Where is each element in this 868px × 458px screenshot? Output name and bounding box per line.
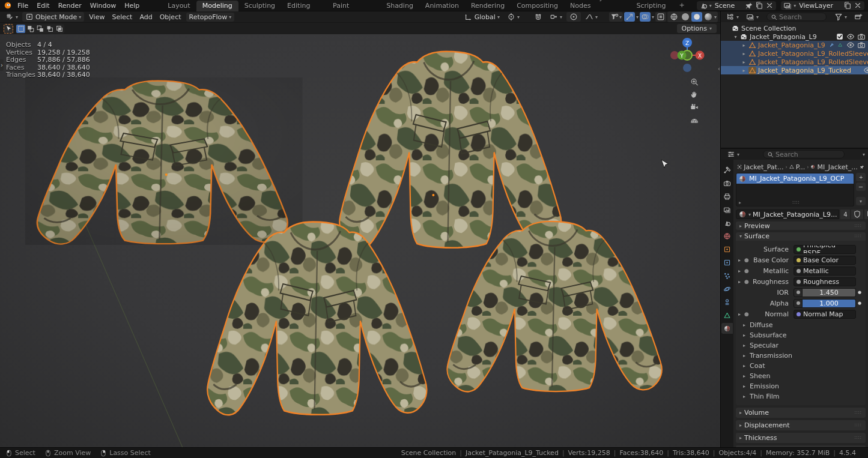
menu-help[interactable]: Help — [120, 1, 144, 10]
select-mode-invert[interactable] — [45, 25, 54, 33]
editor-type-button[interactable]: ▾ — [2, 12, 21, 22]
panel-header-thickness[interactable]: ▸Thickness∷∷ — [736, 433, 866, 443]
new-collection-button[interactable] — [851, 12, 866, 22]
workspace-tab-sculpting[interactable]: Sculpting — [238, 1, 281, 11]
pivot-point-dropdown[interactable]: ▾ — [504, 12, 523, 22]
scene-selector[interactable]: ▾ Scene — [697, 1, 777, 10]
workspace-tab-geometry-nodes[interactable]: Geometry Nodes — [564, 0, 630, 11]
subpanel-thin-film[interactable]: ▸Thin Film — [736, 391, 863, 402]
outliner-row[interactable]: ▾Jacket_Patagonia_L9 — [721, 32, 868, 41]
subpanel-transmission[interactable]: ▸Transmission — [736, 351, 863, 361]
properties-tab-material[interactable] — [721, 323, 733, 334]
camera-view-button[interactable] — [688, 100, 701, 113]
hide-eye-icon[interactable] — [863, 66, 868, 74]
workspace-tab-scripting[interactable]: Scripting — [631, 1, 672, 11]
panel-header-displacement[interactable]: ▸Displacement∷∷ — [736, 420, 866, 430]
select-mode-extend[interactable] — [26, 25, 35, 33]
outliner-row[interactable]: ▸Jacket_Patagonia_L9_RolledSleeves_T — [721, 58, 868, 66]
blender-logo-icon[interactable] — [4, 1, 12, 10]
proportional-edit-toggle[interactable] — [566, 12, 581, 22]
decorator-dot[interactable]: ● — [856, 301, 863, 306]
navigation-gizmo[interactable]: Z X Y — [667, 35, 707, 75]
material-slot-row[interactable]: MI_Jacket_Patagonia_L9_OCP — [736, 173, 854, 184]
users-count-button[interactable]: 4 — [840, 209, 850, 219]
gizmos-toggle[interactable] — [624, 12, 635, 22]
collection-checkbox[interactable] — [836, 32, 844, 41]
properties-tab-constraints[interactable] — [721, 297, 733, 307]
list-filter-expand[interactable]: ▸ — [739, 200, 741, 205]
material-id-field[interactable]: ▾ MI_Jacket_Patagonia_L9... — [736, 209, 839, 219]
subpanel-emission[interactable]: ▸Emission — [736, 381, 863, 391]
toolbar-expand-arrow[interactable]: › — [0, 59, 4, 71]
active-tool-button[interactable] — [4, 24, 13, 34]
transform-orientation-dropdown[interactable]: Global▾ — [461, 12, 503, 22]
panel-header-volume[interactable]: ▸Volume∷∷ — [736, 408, 866, 418]
workspace-tab-texture-paint[interactable]: Texture Paint — [327, 0, 380, 11]
viewport-3d[interactable]: Objects4 / 4Vertices19,258 / 19,258Edges… — [0, 34, 720, 447]
expander-icon[interactable]: ▾ — [733, 34, 738, 40]
breadcrumb-data[interactable]: P... — [796, 163, 805, 171]
menu-window[interactable]: Window — [86, 1, 120, 10]
disable-render-icon[interactable] — [857, 32, 866, 41]
value-slider[interactable]: 1.000 — [803, 299, 856, 308]
menu-file[interactable]: File — [13, 1, 32, 10]
socket-connect-button[interactable] — [794, 299, 803, 308]
properties-tab-data[interactable] — [721, 310, 733, 321]
properties-tab-world[interactable] — [721, 231, 733, 241]
panel-grip[interactable]: ∷∷ — [855, 435, 862, 441]
preview-panel-header[interactable]: ▸Preview∷∷ — [736, 221, 866, 230]
shading-material-button[interactable] — [691, 12, 702, 22]
expand-arrow[interactable]: ▸ — [736, 312, 743, 317]
fake-user-button[interactable] — [851, 209, 863, 219]
expand-arrow[interactable]: ▸ — [736, 258, 743, 263]
workspace-tab-uv-editing[interactable]: UV Editing — [281, 0, 327, 11]
decorator-dot[interactable]: ● — [856, 290, 863, 295]
properties-tab-object[interactable] — [721, 244, 733, 255]
properties-tab-render[interactable] — [721, 178, 733, 188]
workspace-tab-rendering[interactable]: Rendering — [465, 1, 511, 11]
breadcrumb-object[interactable]: Jacket_Pat... — [744, 163, 783, 171]
select-mode-set[interactable] — [16, 25, 25, 33]
slot-specials-button[interactable]: ▾ — [856, 197, 866, 205]
list-resize-grip[interactable]: ∷∷ — [792, 200, 800, 205]
zoom-button[interactable] — [688, 75, 701, 88]
socket-connect-button[interactable] — [794, 288, 803, 297]
falloff-dropdown[interactable]: ▾ — [582, 12, 601, 22]
expand-arrow[interactable]: ▸ — [736, 268, 743, 274]
select-mode-subtract[interactable] — [35, 25, 44, 33]
properties-tab-tool[interactable] — [721, 164, 733, 175]
expander-icon[interactable]: ▸ — [741, 68, 747, 73]
viewport-menu-select[interactable]: Select — [108, 13, 136, 22]
overlays-toggle[interactable] — [640, 12, 651, 22]
hide-eye-icon[interactable] — [846, 41, 855, 49]
add-workspace-button[interactable]: + — [673, 0, 690, 11]
jacket-object-4[interactable] — [447, 221, 661, 392]
node-input-field[interactable]: Roughness — [794, 277, 856, 286]
panel-grip[interactable]: ∷∷ — [855, 423, 862, 428]
workspace-tab-layout[interactable]: Layout — [162, 1, 196, 11]
viewlayer-selector[interactable]: ▾ ViewLayer — [781, 1, 864, 10]
node-input-field[interactable]: Normal Map — [794, 310, 856, 319]
hide-eye-icon[interactable] — [846, 32, 855, 41]
menu-edit[interactable]: Edit — [32, 1, 53, 10]
properties-tab-viewlayer[interactable] — [721, 204, 733, 215]
subpanel-coat[interactable]: ▸Coat — [736, 361, 863, 371]
new-material-button[interactable] — [864, 209, 868, 219]
shading-solid-button[interactable] — [681, 13, 690, 21]
properties-tab-physics[interactable] — [721, 283, 733, 294]
remove-slot-button[interactable]: − — [856, 182, 866, 191]
panel-grip[interactable]: ∷∷ — [855, 410, 862, 415]
properties-options-chevron[interactable]: ▾ — [863, 152, 865, 157]
node-input-field[interactable]: Principled BSDF — [794, 245, 856, 254]
jacket-object-1[interactable] — [25, 77, 303, 245]
pin-icon[interactable] — [745, 1, 753, 10]
subpanel-subsurface[interactable]: ▸Subsurface — [736, 330, 863, 340]
workspace-tab-animation[interactable]: Animation — [419, 1, 465, 11]
expander-icon[interactable]: ▸ — [741, 59, 747, 65]
properties-tab-particles[interactable] — [721, 270, 733, 281]
show-object-types-dropdown[interactable]: ▾ — [609, 12, 623, 22]
properties-tab-scene[interactable] — [721, 217, 733, 228]
value-slider[interactable]: 1.450 — [803, 288, 856, 297]
outliner-editor-type-button[interactable]: ▾ — [723, 12, 742, 22]
node-input-field[interactable]: Metallic — [794, 267, 856, 276]
